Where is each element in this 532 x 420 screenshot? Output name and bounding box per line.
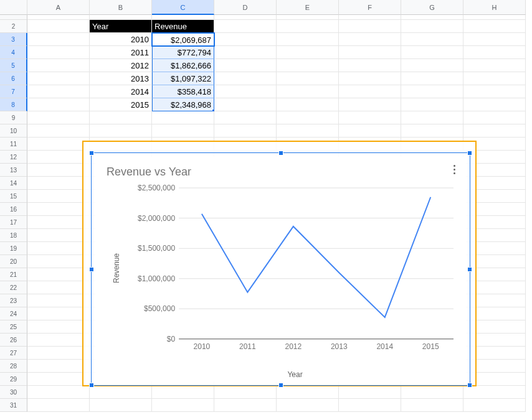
- row-header-10[interactable]: 10: [0, 124, 27, 138]
- cell-F7[interactable]: [339, 85, 401, 98]
- cell-G5[interactable]: [401, 59, 463, 72]
- select-all-corner[interactable]: [0, 0, 27, 15]
- cell-C6[interactable]: $1,097,322: [152, 72, 214, 85]
- cell-A22[interactable]: [27, 281, 90, 294]
- cell-F31[interactable]: [339, 399, 401, 412]
- resize-handle-tm[interactable]: [278, 151, 283, 156]
- cell-C10[interactable]: [152, 124, 214, 138]
- cell-H4[interactable]: [463, 46, 526, 59]
- cell-D31[interactable]: [214, 399, 277, 412]
- row-header-17[interactable]: 17: [0, 216, 27, 229]
- cell-A18[interactable]: [27, 229, 90, 242]
- cell-D10[interactable]: [214, 124, 277, 138]
- resize-handle-tr[interactable]: [467, 151, 472, 156]
- cell-E10[interactable]: [277, 124, 339, 138]
- cell-G30[interactable]: [401, 386, 463, 399]
- cell-A19[interactable]: [27, 242, 90, 255]
- cell-G9[interactable]: [401, 111, 463, 124]
- cell-E5[interactable]: [277, 59, 339, 72]
- cell-D30[interactable]: [214, 386, 277, 399]
- cell-B6[interactable]: 2013: [90, 72, 152, 85]
- cell-C7[interactable]: $358,418: [152, 85, 214, 98]
- cell-H30[interactable]: [463, 386, 526, 399]
- cell-A5[interactable]: [27, 59, 90, 72]
- cell-D2[interactable]: [214, 20, 277, 33]
- fill-handle[interactable]: [212, 109, 214, 111]
- cell-D6[interactable]: [214, 72, 277, 85]
- cell-F1[interactable]: [339, 15, 401, 20]
- chart-title[interactable]: Revenue vs Year: [107, 166, 191, 179]
- cell-A12[interactable]: [27, 151, 90, 164]
- cell-C30[interactable]: [152, 386, 214, 399]
- cell-F6[interactable]: [339, 72, 401, 85]
- cell-C8[interactable]: $2,348,968: [152, 98, 214, 111]
- row-header-16[interactable]: 16: [0, 203, 27, 216]
- chart-container[interactable]: Revenue vs Year Revenue Year $0$500,000$…: [95, 157, 466, 381]
- cell-C3[interactable]: $2,069,687: [152, 33, 214, 46]
- cell-A14[interactable]: [27, 177, 90, 190]
- cell-G4[interactable]: [401, 46, 463, 59]
- row-header-13[interactable]: 13: [0, 164, 27, 177]
- cell-E2[interactable]: [277, 20, 339, 33]
- cell-D1[interactable]: [214, 15, 277, 20]
- cell-A26[interactable]: [27, 334, 90, 347]
- col-header-E[interactable]: E: [277, 0, 339, 15]
- col-header-B[interactable]: B: [90, 0, 152, 15]
- cell-F8[interactable]: [339, 98, 401, 111]
- cell-F4[interactable]: [339, 46, 401, 59]
- row-header-2[interactable]: 2: [0, 20, 27, 33]
- row-header-11[interactable]: 11: [0, 138, 27, 151]
- cell-A24[interactable]: [27, 307, 90, 320]
- cell-A17[interactable]: [27, 216, 90, 229]
- row-header-18[interactable]: 18: [0, 229, 27, 242]
- cell-F30[interactable]: [339, 386, 401, 399]
- cell-D3[interactable]: [214, 33, 277, 46]
- row-header-9[interactable]: 9: [0, 111, 27, 124]
- cell-E4[interactable]: [277, 46, 339, 59]
- cell-H8[interactable]: [463, 98, 526, 111]
- row-header-27[interactable]: 27: [0, 347, 27, 360]
- cell-B30[interactable]: [90, 386, 152, 399]
- cell-A16[interactable]: [27, 203, 90, 216]
- cell-C31[interactable]: [152, 399, 214, 412]
- cell-F9[interactable]: [339, 111, 401, 124]
- cell-D9[interactable]: [214, 111, 277, 124]
- resize-handle-tl[interactable]: [89, 151, 94, 156]
- cell-G7[interactable]: [401, 85, 463, 98]
- cell-B3[interactable]: 2010: [90, 33, 152, 46]
- cell-A23[interactable]: [27, 294, 90, 307]
- cell-B5[interactable]: 2012: [90, 59, 152, 72]
- col-header-A[interactable]: A: [27, 0, 90, 15]
- cell-G1[interactable]: [401, 15, 463, 20]
- cell-A30[interactable]: [27, 386, 90, 399]
- row-header-19[interactable]: 19: [0, 242, 27, 255]
- col-header-G[interactable]: G: [401, 0, 463, 15]
- cell-B2[interactable]: Year: [90, 20, 152, 33]
- cell-C4[interactable]: $772,794: [152, 46, 214, 59]
- resize-handle-br[interactable]: [467, 383, 472, 388]
- cell-H6[interactable]: [463, 72, 526, 85]
- cell-D5[interactable]: [214, 59, 277, 72]
- cell-A27[interactable]: [27, 347, 90, 360]
- cell-E8[interactable]: [277, 98, 339, 111]
- cell-B8[interactable]: 2015: [90, 98, 152, 111]
- cell-B10[interactable]: [90, 124, 152, 138]
- cell-C9[interactable]: [152, 111, 214, 124]
- col-header-C[interactable]: C: [152, 0, 214, 15]
- chart-selection-frame[interactable]: Revenue vs Year Revenue Year $0$500,000$…: [91, 152, 470, 386]
- cell-E31[interactable]: [277, 399, 339, 412]
- cell-F2[interactable]: [339, 20, 401, 33]
- cell-H31[interactable]: [463, 399, 526, 412]
- cell-A21[interactable]: [27, 268, 90, 281]
- cell-G2[interactable]: [401, 20, 463, 33]
- cell-A11[interactable]: [27, 138, 90, 151]
- cell-H1[interactable]: [463, 15, 526, 20]
- cell-A29[interactable]: [27, 373, 90, 386]
- cell-E6[interactable]: [277, 72, 339, 85]
- cell-A2[interactable]: [27, 20, 90, 33]
- row-header-29[interactable]: 29: [0, 373, 27, 386]
- row-header-4[interactable]: 4: [0, 46, 27, 59]
- resize-handle-bm[interactable]: [278, 383, 283, 388]
- row-header-24[interactable]: 24: [0, 307, 27, 320]
- chart-menu-button[interactable]: [449, 163, 460, 177]
